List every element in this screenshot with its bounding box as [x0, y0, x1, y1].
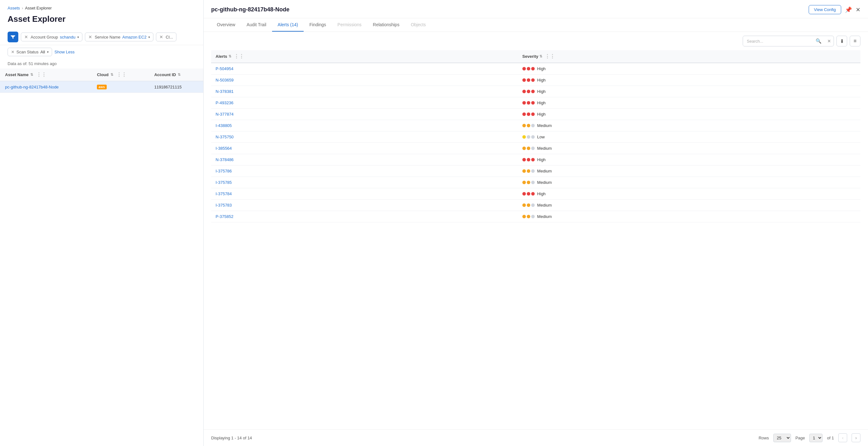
orange-dot	[522, 124, 526, 127]
alert-link[interactable]: I-375785	[216, 180, 232, 185]
red-dot	[522, 90, 526, 93]
orange-dot	[522, 147, 526, 150]
right-panel: pc-github-ng-82417b48-Node View Config 📌…	[204, 0, 868, 446]
alert-id-cell: P-375852	[211, 211, 518, 222]
alert-link[interactable]: N-503659	[216, 78, 234, 83]
page-title: Asset Explorer	[0, 13, 203, 29]
next-page-button[interactable]: ›	[851, 434, 861, 442]
yellow-dot	[522, 135, 526, 139]
orange-dot	[527, 215, 530, 218]
tab-findings[interactable]: Findings	[304, 18, 332, 32]
left-panel: Assets › Asset Explorer Asset Explorer ✕…	[0, 0, 204, 446]
close-button[interactable]: ✕	[856, 6, 861, 13]
service-name-arrow-icon[interactable]: ▾	[148, 35, 150, 39]
alert-link[interactable]: I-385564	[216, 146, 232, 151]
breadcrumb-assets-link[interactable]: Assets	[7, 6, 20, 10]
panel-title: pc-github-ng-82417b48-Node	[211, 6, 289, 17]
alerts-sort-icon[interactable]: ⇅	[228, 54, 231, 58]
tab-relationships[interactable]: Relationships	[367, 18, 405, 32]
severity-label: Medium	[537, 146, 552, 151]
orange-dot	[527, 203, 530, 207]
search-icon-button[interactable]: 🔍	[812, 36, 825, 46]
alert-link[interactable]: N-378381	[216, 89, 234, 94]
asset-link[interactable]: pc-github-ng-82417b48-Node	[5, 85, 59, 89]
red-dot	[531, 192, 535, 196]
alert-link[interactable]: I-375784	[216, 191, 232, 196]
columns-button[interactable]: ≡	[850, 36, 861, 47]
severity-cell: High	[518, 75, 861, 86]
page-select[interactable]: 1	[809, 434, 823, 442]
red-dot	[531, 90, 535, 93]
search-input[interactable]	[743, 37, 812, 46]
cloud-close-icon[interactable]: ✕	[159, 34, 163, 39]
alert-link[interactable]: N-375750	[216, 135, 234, 139]
download-button[interactable]: ⬇	[836, 36, 847, 47]
account-group-arrow-icon[interactable]: ▾	[77, 35, 79, 39]
gray-dot	[531, 181, 535, 184]
tab-audit-trail[interactable]: Audit Trail	[241, 18, 272, 32]
severity-dots	[522, 90, 535, 93]
asset-name-sort-icon[interactable]: ⇅	[30, 73, 33, 77]
alert-link[interactable]: P-504954	[216, 66, 233, 71]
severity-dots	[522, 135, 535, 139]
severity-sort-icon[interactable]: ⇅	[539, 54, 542, 58]
scan-status-filter[interactable]: ✕ Scan Status All ▾	[7, 48, 52, 56]
filter-toggle-button[interactable]	[7, 32, 18, 42]
severity-dots	[522, 101, 535, 105]
red-dot	[522, 192, 526, 196]
alert-link[interactable]: P-493236	[216, 100, 233, 105]
alerts-col-drag[interactable]: ⋮⋮	[234, 53, 244, 59]
service-name-close-icon[interactable]: ✕	[88, 34, 92, 39]
asset-name-drag-handle[interactable]: ⋮⋮	[36, 72, 46, 78]
tab-alerts[interactable]: Alerts (14)	[272, 18, 304, 32]
table-row: N-377874High	[211, 109, 861, 120]
red-dot	[531, 67, 535, 70]
asset-name-cell: pc-github-ng-82417b48-Node	[0, 81, 92, 93]
rows-select[interactable]: 25 50 100	[773, 434, 791, 442]
pin-icon: 📌	[845, 6, 852, 13]
alert-id-cell: N-378486	[211, 154, 518, 166]
search-clear-button[interactable]: ✕	[825, 36, 834, 46]
table-row: P-493236High	[211, 97, 861, 109]
table-row: N-378486High	[211, 154, 861, 166]
view-config-button[interactable]: View Config	[809, 5, 841, 14]
scan-status-arrow-icon[interactable]: ▾	[47, 50, 49, 54]
scan-status-value: All	[40, 50, 45, 54]
show-less-button[interactable]: Show Less	[55, 50, 75, 54]
severity-dots	[522, 169, 535, 173]
breadcrumb-current: Asset Explorer	[25, 6, 52, 10]
pin-button[interactable]: 📌	[845, 6, 852, 13]
account-group-filter[interactable]: ✕ Account Group schandu ▾	[21, 33, 82, 41]
table-row[interactable]: pc-github-ng-82417b48-Node aws 119186721…	[0, 81, 203, 93]
cloud-sort-icon[interactable]: ⇅	[111, 73, 113, 77]
alert-link[interactable]: N-377874	[216, 112, 234, 117]
account-id-cell: 119186721115	[149, 81, 203, 93]
alert-link[interactable]: I-375783	[216, 203, 232, 208]
orange-dot	[522, 215, 526, 218]
service-name-value: Amazon EC2	[122, 35, 147, 39]
severity-dots	[522, 158, 535, 161]
red-dot	[531, 113, 535, 116]
service-name-filter[interactable]: ✕ Service Name Amazon EC2 ▾	[85, 33, 153, 41]
alert-id-cell: I-375784	[211, 188, 518, 200]
severity-col-drag[interactable]: ⋮⋮	[545, 53, 555, 59]
alert-link[interactable]: I-375786	[216, 169, 232, 173]
severity-label: Medium	[537, 214, 552, 219]
account-group-close-icon[interactable]: ✕	[24, 34, 28, 39]
prev-page-button[interactable]: ‹	[838, 434, 847, 442]
pagination-right: Rows 25 50 100 Page 1 of 1 ‹ ›	[758, 434, 861, 442]
alert-link[interactable]: I-438805	[216, 123, 232, 128]
account-id-sort-icon[interactable]: ⇅	[178, 73, 181, 77]
alert-link[interactable]: N-378486	[216, 157, 234, 162]
tab-overview[interactable]: Overview	[211, 18, 241, 32]
col-account-id: Account ID ⇅	[149, 68, 203, 81]
alert-link[interactable]: P-375852	[216, 214, 233, 219]
cloud-drag-handle[interactable]: ⋮⋮	[117, 72, 127, 78]
scan-status-close-icon[interactable]: ✕	[11, 50, 14, 54]
gray-dot	[531, 203, 535, 207]
scan-status-label: Scan Status	[17, 50, 38, 54]
orange-dot	[522, 169, 526, 173]
red-dot	[527, 90, 530, 93]
severity-label: Medium	[537, 123, 552, 128]
cloud-filter[interactable]: ✕ Cl...	[156, 33, 177, 41]
